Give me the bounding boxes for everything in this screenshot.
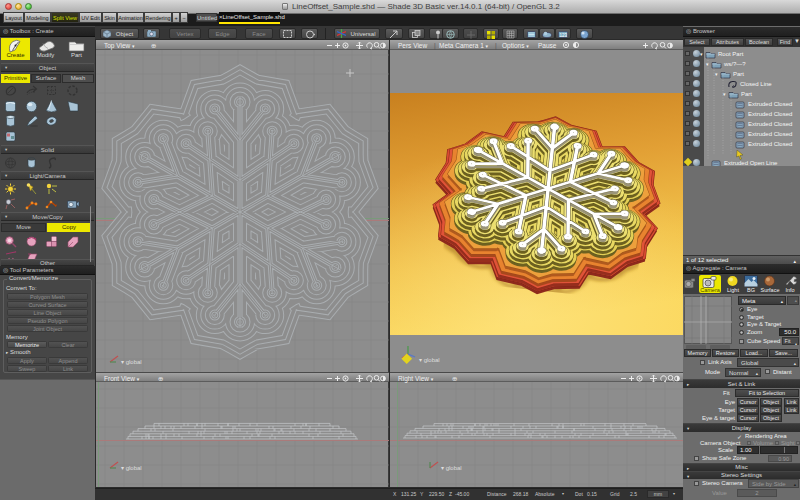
svg-text:123: 123 <box>560 33 568 38</box>
svg-text:▾ global: ▾ global <box>441 465 462 471</box>
svg-text:▾ global: ▾ global <box>419 357 440 363</box>
svg-text:▾ global: ▾ global <box>121 359 142 365</box>
svg-text:▾ global: ▾ global <box>121 465 142 471</box>
